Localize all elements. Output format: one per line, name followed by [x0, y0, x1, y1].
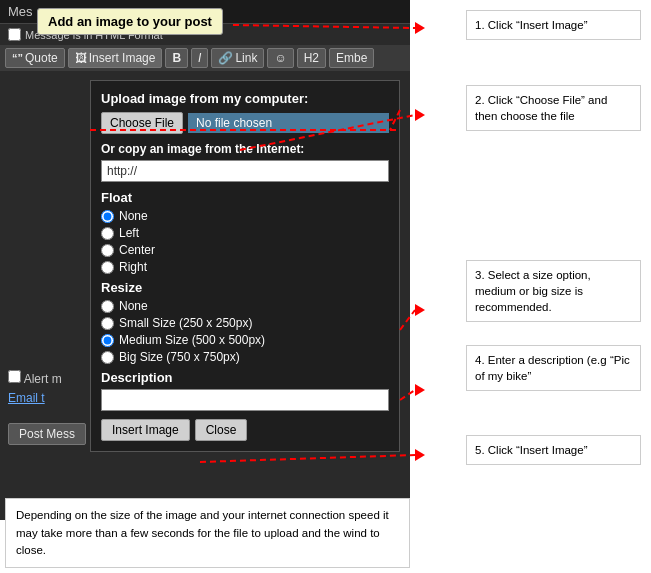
editor-title: Mes [8, 4, 33, 19]
resize-small-radio[interactable] [101, 317, 114, 330]
alert-checkbox[interactable] [8, 370, 21, 383]
resize-none-radio[interactable] [101, 300, 114, 313]
close-modal-button[interactable]: Close [195, 419, 248, 441]
float-right-radio[interactable] [101, 261, 114, 274]
editor-toolbar: “” Quote 🖼 Insert Image B I 🔗 Link ☺ H2 … [0, 45, 410, 71]
svg-marker-1 [415, 22, 425, 34]
float-center-row: Center [101, 243, 389, 257]
insert-image-modal-button[interactable]: Insert Image [101, 419, 190, 441]
step4-text: 4. Enter a description (e.g “Pic of my b… [475, 354, 630, 382]
instruction-box-2: 2. Click “Choose File” and then choose t… [466, 85, 641, 131]
resize-big-label: Big Size (750 x 750px) [119, 350, 240, 364]
emoji-button[interactable]: ☺ [267, 48, 293, 68]
resize-medium-radio[interactable] [101, 334, 114, 347]
file-upload-row: Choose File No file chosen [101, 112, 389, 134]
resize-small-row: Small Size (250 x 250px) [101, 316, 389, 330]
choose-file-button[interactable]: Choose File [101, 112, 183, 134]
float-center-radio[interactable] [101, 244, 114, 257]
resize-none-row: None [101, 299, 389, 313]
alert-row: Alert m Email t [8, 365, 62, 410]
html-format-checkbox[interactable] [8, 28, 21, 41]
insert-image-modal: Upload image from my computer: Choose Fi… [90, 80, 400, 452]
svg-marker-10 [415, 449, 425, 461]
resize-small-label: Small Size (250 x 250px) [119, 316, 252, 330]
instruction-box-1: 1. Click “Insert Image” [466, 10, 641, 40]
file-name-display: No file chosen [188, 113, 389, 133]
copy-url-label: Or copy an image from the Internet: [101, 142, 389, 156]
tooltip-box: Add an image to your post [37, 8, 223, 35]
instruction-box-4: 4. Enter a description (e.g “Pic of my b… [466, 345, 641, 391]
quote-icon: “” [12, 52, 23, 64]
resize-medium-label: Medium Size (500 x 500px) [119, 333, 265, 347]
svg-marker-8 [415, 384, 425, 396]
float-right-row: Right [101, 260, 389, 274]
bold-button[interactable]: B [165, 48, 188, 68]
resize-big-radio[interactable] [101, 351, 114, 364]
image-icon: 🖼 [75, 51, 87, 65]
post-message-button[interactable]: Post Mess [8, 423, 86, 445]
float-none-radio[interactable] [101, 210, 114, 223]
embed-button[interactable]: Embe [329, 48, 374, 68]
float-center-label: Center [119, 243, 155, 257]
instruction-box-3: 3. Select a size option, medium or big s… [466, 260, 641, 322]
email-link[interactable]: Email t [8, 391, 45, 405]
resize-medium-row: Medium Size (500 x 500px) [101, 333, 389, 347]
float-left-label: Left [119, 226, 139, 240]
insert-image-button[interactable]: 🖼 Insert Image [68, 48, 163, 68]
modal-footer: Insert Image Close [101, 419, 389, 441]
resize-title: Resize [101, 280, 389, 295]
info-text: Depending on the size of the image and y… [16, 509, 389, 556]
float-right-label: Right [119, 260, 147, 274]
float-title: Float [101, 190, 389, 205]
float-none-row: None [101, 209, 389, 223]
description-input[interactable] [101, 389, 389, 411]
svg-marker-6 [415, 304, 425, 316]
resize-none-label: None [119, 299, 148, 313]
heading-button[interactable]: H2 [297, 48, 326, 68]
float-left-radio[interactable] [101, 227, 114, 240]
resize-big-row: Big Size (750 x 750px) [101, 350, 389, 364]
step1-text: 1. Click “Insert Image” [475, 19, 587, 31]
desc-title: Description [101, 370, 389, 385]
float-left-row: Left [101, 226, 389, 240]
url-input[interactable] [101, 160, 389, 182]
italic-button[interactable]: I [191, 48, 208, 68]
svg-marker-3 [415, 109, 425, 121]
step3-text: 3. Select a size option, medium or big s… [475, 269, 591, 313]
tooltip-text: Add an image to your post [48, 14, 212, 29]
link-button[interactable]: 🔗 Link [211, 48, 264, 68]
info-box: Depending on the size of the image and y… [5, 498, 410, 568]
step2-text: 2. Click “Choose File” and then choose t… [475, 94, 607, 122]
float-none-label: None [119, 209, 148, 223]
step5-text: 5. Click “Insert Image” [475, 444, 587, 456]
link-icon: 🔗 [218, 51, 233, 65]
quote-button[interactable]: “” Quote [5, 48, 65, 68]
upload-title: Upload image from my computer: [101, 91, 389, 106]
instruction-box-5: 5. Click “Insert Image” [466, 435, 641, 465]
post-message-area: Post Mess [8, 417, 86, 445]
